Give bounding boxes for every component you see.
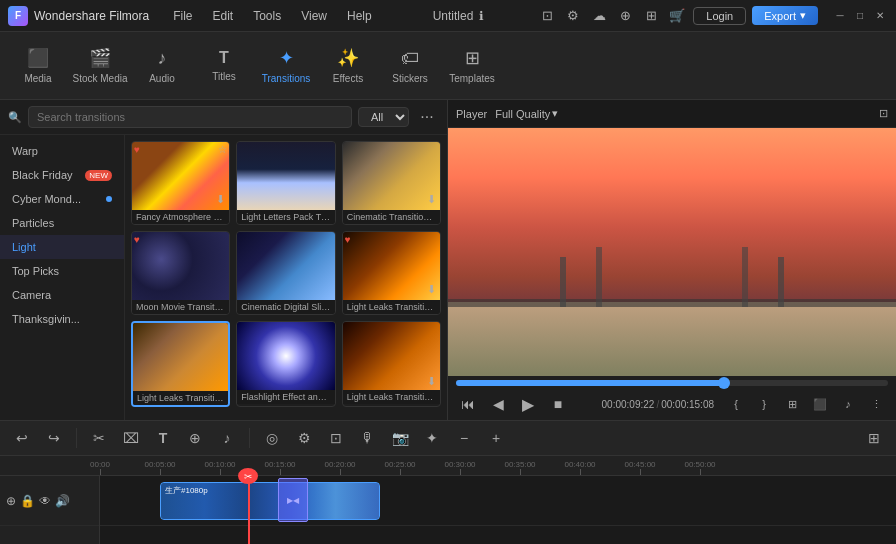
transition-card-3[interactable]: ⬇ Cinematic Transition 01 [342,141,441,225]
cut-button[interactable]: ✂ [85,424,113,452]
download-icon-1[interactable]: ⬇ [216,193,225,206]
circle-button[interactable]: ◎ [258,424,286,452]
toolbar-stock-media[interactable]: 🎬 Stock Media [70,38,130,94]
toolbar-titles[interactable]: T Titles [194,38,254,94]
toolbar-templates[interactable]: ⊞ Templates [442,38,502,94]
transition-card-4[interactable]: ♥ Moon Movie Transitio... [131,231,230,315]
mask-button[interactable]: ⊡ [322,424,350,452]
export-button[interactable]: Export ▾ [752,6,818,25]
track-eye-icon[interactable]: 👁 [39,494,51,508]
download-icon-9[interactable]: ⬇ [427,375,436,388]
heart-icon-4[interactable]: ♥ [134,234,140,245]
transition-card-6[interactable]: ♥ ⬇ Light Leaks Transition ... [342,231,441,315]
play-button[interactable]: ▶ [516,392,540,416]
track-lock-icon[interactable]: 🔒 [20,494,35,508]
skip-back-button[interactable]: ⏮ [456,392,480,416]
menu-tools[interactable]: Tools [245,7,289,25]
share-icon[interactable]: ⊕ [615,6,635,26]
sidebar-item-blackfriday[interactable]: Black Friday NEW [0,163,124,187]
transition-card-2[interactable]: Light Letters Pack Tran... [236,141,335,225]
heart-icon-6[interactable]: ♥ [345,234,351,245]
monitor-button[interactable]: ⬛ [808,392,832,416]
transition-card-7[interactable]: Light Leaks Transition ... [131,321,230,407]
transition-card-1[interactable]: ♥ ☆ ⬇ Fancy Atmosphere Pa... [131,141,230,225]
audio-track-control: ♪ 🔇 [0,526,99,544]
sidebar-item-warp[interactable]: Warp [0,139,124,163]
download-icon-3[interactable]: ⬇ [427,193,436,206]
filter-select[interactable]: All [358,107,409,127]
stop-button[interactable]: ■ [546,392,570,416]
track-speaker-icon[interactable]: 🔊 [55,494,70,508]
fullscreen-icon[interactable]: ⊡ [879,107,888,120]
menu-help[interactable]: Help [339,7,380,25]
heart-icon-1[interactable]: ♥ [134,144,140,155]
video-water [448,302,896,376]
snap-button[interactable]: ⊞ [780,392,804,416]
maximize-button[interactable]: □ [852,8,868,24]
audio-button[interactable]: ♪ [836,392,860,416]
shop-icon[interactable]: 🛒 [667,6,687,26]
more-options-button[interactable]: ··· [415,108,439,126]
download-icon-6[interactable]: ⬇ [427,283,436,296]
content-area: 🔍 All ··· Warp Black Friday NEW Cyber Mo… [0,100,896,420]
grid-icon[interactable]: ⊞ [641,6,661,26]
text-button[interactable]: T [149,424,177,452]
toolbar-transitions-label: Transitions [262,73,311,84]
player-header: Player Full Quality ▾ ⊡ [448,100,896,128]
track-add-icon[interactable]: ⊕ [6,494,16,508]
bookmark-icon-1[interactable]: ☆ [218,144,227,155]
settings-icon[interactable]: ⚙ [563,6,583,26]
layout-button[interactable]: ⊞ [860,424,888,452]
toolbar-media[interactable]: ⬛ Media [8,38,68,94]
transition-card-5[interactable]: Cinematic Digital Slid... [236,231,335,315]
toolbar-stickers[interactable]: 🏷 Stickers [380,38,440,94]
close-button[interactable]: ✕ [872,8,888,24]
audio-clip-button[interactable]: ♪ [213,424,241,452]
sidebar-item-particles[interactable]: Particles [0,211,124,235]
video-clip[interactable]: 生产#1080p [160,482,380,520]
transition-card-9[interactable]: ⬇ Light Leaks Transition ... [342,321,441,407]
mark-in-button[interactable]: { [724,392,748,416]
sidebar-item-light[interactable]: Light [0,235,124,259]
app-logo: F Wondershare Filmora [8,6,149,26]
mic-button[interactable]: 🎙 [354,424,382,452]
split-button[interactable]: ⌧ [117,424,145,452]
minus-button[interactable]: − [450,424,478,452]
settings-ctrl-button[interactable]: ⋮ [864,392,888,416]
search-input[interactable] [28,106,352,128]
step-back-button[interactable]: ◀ [486,392,510,416]
quality-selector[interactable]: Full Quality ▾ [495,107,558,120]
transition-card-8[interactable]: Flashlight Effect and T... [236,321,335,407]
toolbar-separator-1 [76,428,77,448]
clip-button[interactable]: ⊕ [181,424,209,452]
sidebar-item-thanksgiving[interactable]: Thanksgivin... [0,307,124,331]
redo-button[interactable]: ↪ [40,424,68,452]
login-button[interactable]: Login [693,7,746,25]
toolbar-audio[interactable]: ♪ Audio [132,38,192,94]
undo-button[interactable]: ↩ [8,424,36,452]
gear-button[interactable]: ⚙ [290,424,318,452]
audio-icon: ♪ [158,48,167,69]
mark-out-button[interactable]: } [752,392,776,416]
transition-indicator[interactable]: ▶◀ [278,478,308,522]
minimize-button[interactable]: ─ [832,8,848,24]
audio-track-row [100,526,896,544]
menu-file[interactable]: File [165,7,200,25]
toolbar-transitions[interactable]: ✦ Transitions [256,38,316,94]
enhance-button[interactable]: ✦ [418,424,446,452]
sidebar-item-cybermonday[interactable]: Cyber Mond... [0,187,124,211]
toolbar-effects[interactable]: ✨ Effects [318,38,378,94]
plus-button[interactable]: + [482,424,510,452]
sidebar-item-camera[interactable]: Camera [0,283,124,307]
logo-icon: F [8,6,28,26]
camera-button[interactable]: 📷 [386,424,414,452]
new-badge: NEW [85,170,112,181]
timeline-ruler: 00:00 00:05:00 00:10:00 00:15:00 00:20:0… [0,456,896,476]
sidebar-item-toppicks[interactable]: Top Picks [0,259,124,283]
progress-bar[interactable] [456,380,888,386]
progress-thumb[interactable] [718,377,730,389]
menu-edit[interactable]: Edit [205,7,242,25]
menu-view[interactable]: View [293,7,335,25]
cloud-icon[interactable]: ☁ [589,6,609,26]
search-bar: 🔍 All ··· [0,100,447,135]
